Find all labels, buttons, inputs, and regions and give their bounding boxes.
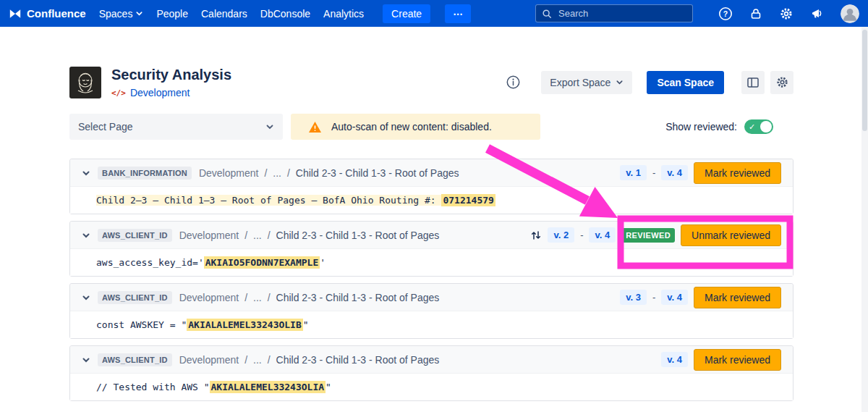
- nav-item-label: Spaces: [99, 8, 133, 20]
- autoscan-warning-banner: Auto-scan of new content: disabled.: [291, 114, 540, 140]
- scrollbar-track[interactable]: [861, 27, 868, 412]
- breadcrumb-separator: /: [244, 354, 247, 366]
- gear-icon[interactable]: [778, 6, 794, 22]
- chevron-down-icon[interactable]: [82, 293, 90, 302]
- space-meta: Security Analysis </> Development: [111, 66, 231, 98]
- finding-header: AWS_CLIENT_ID Development / ... / Child …: [70, 222, 793, 249]
- breadcrumb-page[interactable]: Child 2-3 - Child 1-3 - Root of Pages: [276, 292, 440, 303]
- page-title: Security Analysis: [111, 66, 231, 83]
- version-to-link[interactable]: v. 4: [661, 290, 688, 305]
- create-button[interactable]: Create: [383, 4, 430, 23]
- mark-reviewed-button[interactable]: Mark reviewed: [694, 349, 781, 371]
- finding-card: AWS_CLIENT_ID Development / ... / Child …: [69, 283, 793, 339]
- check-icon: ✓: [749, 122, 755, 132]
- search-input[interactable]: [557, 7, 686, 20]
- version-to-link[interactable]: v. 4: [661, 165, 688, 180]
- breadcrumb-space[interactable]: Development: [179, 292, 239, 303]
- breadcrumb-separator: /: [264, 167, 267, 179]
- code-context: ': [320, 257, 326, 268]
- space-link-development[interactable]: Development: [130, 87, 190, 98]
- mark-reviewed-button[interactable]: Mark reviewed: [694, 287, 781, 308]
- brand-label: Confluence: [27, 7, 86, 20]
- toggle-knob: [760, 121, 772, 133]
- code-context: const AWSKEY = ": [96, 319, 187, 330]
- warning-icon: [308, 121, 322, 133]
- version-from-link[interactable]: v. 3: [620, 290, 647, 305]
- finding-type-badge: AWS_CLIENT_ID: [98, 291, 172, 304]
- breadcrumb-ellipsis[interactable]: ...: [253, 354, 262, 366]
- more-button[interactable]: ⋯: [445, 4, 471, 23]
- finding-actions: v. 4 Mark reviewed: [661, 349, 781, 371]
- breadcrumb-ellipsis[interactable]: ...: [253, 230, 262, 241]
- nav-item-label: Analytics: [323, 8, 364, 20]
- finding-code: // Tested with AWS "AKIALALEMEL33243OLIA…: [70, 374, 793, 400]
- select-page-label: Select Page: [78, 121, 133, 133]
- version-link[interactable]: v. 4: [661, 352, 688, 367]
- finding-header: AWS_CLIENT_ID Development / ... / Child …: [70, 284, 793, 311]
- chevron-down-icon: [265, 122, 274, 131]
- chevron-down-icon[interactable]: [82, 231, 90, 240]
- version-separator: -: [580, 230, 583, 240]
- breadcrumb-ellipsis[interactable]: ...: [273, 167, 281, 179]
- nav-item-people[interactable]: People: [156, 8, 188, 20]
- info-icon[interactable]: [506, 75, 521, 90]
- secret-highlight: AKIALALEMEL33243OLIA: [210, 381, 326, 393]
- show-reviewed-control: Show reviewed: ✓: [665, 119, 773, 134]
- code-space-icon: </>: [111, 88, 126, 98]
- export-space-button[interactable]: Export Space: [541, 71, 632, 94]
- lock-icon[interactable]: [748, 6, 764, 22]
- top-nav: Confluence Spaces People Calendars DbCon…: [0, 0, 868, 27]
- version-separator: -: [652, 292, 655, 303]
- confluence-brand[interactable]: Confluence: [9, 7, 86, 20]
- breadcrumb-space[interactable]: Development: [179, 230, 239, 241]
- header-actions: Export Space Scan Space: [506, 71, 793, 94]
- settings-gear-button[interactable]: [770, 71, 793, 94]
- version-to-link[interactable]: v. 4: [589, 227, 616, 243]
- show-reviewed-label: Show reviewed:: [665, 121, 737, 133]
- version-from-link[interactable]: v. 1: [620, 165, 647, 180]
- nav-item-label: Calendars: [201, 8, 247, 20]
- main-content: Security Analysis </> Development Export…: [69, 66, 793, 401]
- show-reviewed-toggle[interactable]: ✓: [744, 119, 773, 134]
- nav-item-analytics[interactable]: Analytics: [323, 8, 364, 20]
- space-header: Security Analysis </> Development Export…: [69, 66, 793, 98]
- help-icon[interactable]: ?: [718, 6, 733, 22]
- breadcrumb-ellipsis[interactable]: ...: [253, 292, 262, 303]
- finding-header: AWS_CLIENT_ID Development / ... / Child …: [70, 346, 793, 374]
- unmark-reviewed-button[interactable]: Unmark reviewed: [681, 224, 781, 246]
- megaphone-icon[interactable]: [809, 6, 825, 22]
- nav-item-label: DbConsole: [260, 8, 310, 20]
- search-box[interactable]: [535, 4, 693, 22]
- reviewed-badge: REVIEWED: [621, 228, 675, 243]
- avatar[interactable]: [841, 4, 859, 23]
- breadcrumb-space[interactable]: Development: [179, 354, 239, 366]
- chevron-down-icon[interactable]: [82, 356, 90, 364]
- sidebar-layout-button[interactable]: [741, 71, 765, 94]
- breadcrumb-page[interactable]: Child 2-3 - Child 1-3 - Root of Pages: [276, 230, 440, 241]
- scrollbar-thumb[interactable]: [862, 30, 867, 131]
- diff-versions-icon[interactable]: [530, 230, 542, 241]
- finding-actions: v. 1 - v. 4 Mark reviewed: [620, 162, 781, 184]
- breadcrumb: Development / ... / Child 2-3 - Child 1-…: [199, 167, 459, 179]
- nav-item-calendars[interactable]: Calendars: [201, 8, 247, 20]
- breadcrumb-separator: /: [268, 292, 271, 303]
- chevron-down-icon[interactable]: [82, 169, 90, 177]
- confluence-logo-icon: [9, 7, 22, 20]
- breadcrumb-separator: /: [244, 230, 247, 241]
- version-from-link[interactable]: v. 2: [548, 227, 574, 243]
- nav-item-spaces[interactable]: Spaces: [99, 8, 144, 20]
- breadcrumb-page[interactable]: Child 2-3 - Child 1-3 - Root of Pages: [296, 167, 459, 179]
- nav-item-dbconsole[interactable]: DbConsole: [260, 8, 310, 20]
- finding-type-badge: BANK_INFORMATION: [98, 167, 192, 180]
- nav-icon-cluster: ?: [718, 6, 825, 22]
- breadcrumb-separator: /: [244, 292, 247, 303]
- select-page-dropdown[interactable]: Select Page: [69, 114, 283, 140]
- secret-highlight: AKIAIO5FODNN7EXAMPLE: [204, 256, 320, 269]
- breadcrumb-space[interactable]: Development: [199, 167, 259, 179]
- breadcrumb-page[interactable]: Child 2-3 - Child 1-3 - Root of Pages: [276, 354, 440, 366]
- svg-text:?: ?: [723, 9, 728, 18]
- code-context: Child 2–3 – Child 1–3 – Root of Pages – …: [96, 195, 441, 206]
- mark-reviewed-button[interactable]: Mark reviewed: [694, 162, 781, 184]
- chevron-down-icon: [616, 78, 624, 86]
- scan-space-button[interactable]: Scan Space: [647, 71, 724, 94]
